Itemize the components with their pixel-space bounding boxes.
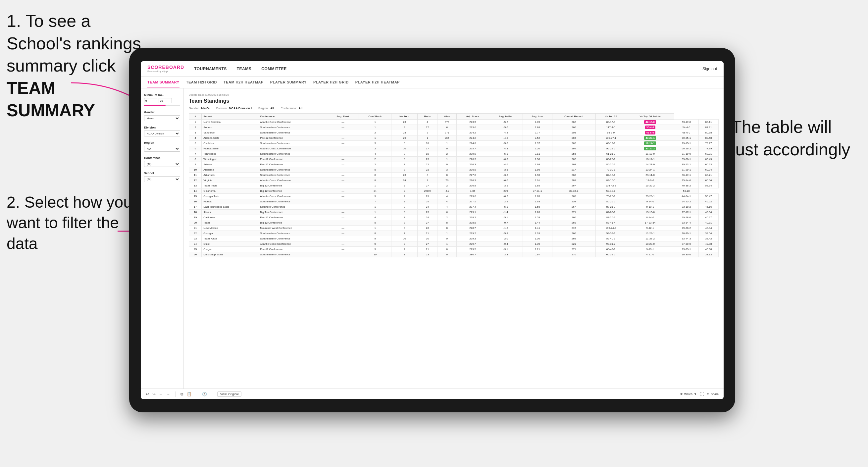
table-cell: Southeastern Conference bbox=[258, 252, 327, 257]
table-row[interactable]: 4Arizona StatePac-12 Conference—12612652… bbox=[189, 135, 719, 141]
table-row[interactable]: 7TennesseeSoutheastern Conference—481822… bbox=[189, 151, 719, 157]
share-button[interactable]: ⬆ Share bbox=[707, 393, 719, 396]
update-time: Update time: 27/03/2024 16:56:26 bbox=[189, 93, 719, 96]
subnav-player-summary[interactable]: PLAYER SUMMARY bbox=[270, 77, 307, 88]
expand-icon[interactable]: ⛶ bbox=[700, 392, 704, 397]
school-select[interactable]: (All) bbox=[144, 176, 180, 182]
table-row[interactable]: 19CaliforniaPac-12 Conference—48242278.2… bbox=[189, 215, 719, 220]
table-cell: 4 bbox=[359, 151, 391, 157]
table-cell: 40.27 bbox=[699, 215, 719, 220]
table-row[interactable]: 12VirginiaAtlantic Coast Conference—8241… bbox=[189, 178, 719, 183]
table-cell: 2 bbox=[392, 188, 417, 194]
table-row[interactable]: 26Mississippi StateSoutheastern Conferen… bbox=[189, 252, 719, 257]
table-row[interactable]: 14OklahomaBig 12 Conference—242278.9-5.2… bbox=[189, 188, 719, 194]
table-cell: 23 bbox=[392, 130, 417, 135]
tablet-screen: SCOREBOARD Powered by clippi TOURNAMENTS… bbox=[141, 61, 723, 399]
table-row[interactable]: 11ArkansasSoutheastern Conference—823882… bbox=[189, 173, 719, 178]
table-row[interactable]: 22GeorgiaSoutheastern Conference—8721127… bbox=[189, 231, 719, 236]
table-cell: 276.3 bbox=[457, 178, 489, 183]
subnav-player-h2h-heatmap[interactable]: PLAYER H2H HEATMAP bbox=[355, 77, 400, 88]
table-row[interactable]: 18IllinoisBig Ten Conference—18236279.1-… bbox=[189, 210, 719, 215]
table-cell: 46.16 bbox=[699, 204, 719, 210]
subnav-team-h2h-heatmap[interactable]: TEAM H2H HEATMAP bbox=[223, 77, 264, 88]
conference-select[interactable]: (All) bbox=[144, 161, 180, 167]
table-cell: 277.4 bbox=[457, 204, 489, 210]
table-row[interactable]: 10AlabamaSoutheastern Conference—5823327… bbox=[189, 167, 719, 173]
table-row[interactable]: 23Texas A&MSoutheastern Conference—91030… bbox=[189, 236, 719, 242]
gender-select[interactable]: Men's Women's bbox=[144, 115, 180, 121]
table-row[interactable]: 25OregonPac-12 Conference—97210279.5-3.1… bbox=[189, 247, 719, 252]
table-cell: Arkansas bbox=[202, 173, 258, 178]
table-cell: 5 bbox=[189, 141, 202, 146]
table-row[interactable]: 20TexasBig 12 Conference—58278278.8-0.71… bbox=[189, 220, 719, 225]
table-cell: Southeastern Conference bbox=[258, 199, 327, 204]
table-cell: 109-24-2 bbox=[595, 225, 626, 231]
table-row[interactable]: 17East Tennessee StateSouthern Conferenc… bbox=[189, 204, 719, 210]
table-row[interactable]: 8WashingtonPac-12 Conference—28231276.3-… bbox=[189, 157, 719, 162]
table-cell: Washington bbox=[202, 157, 258, 162]
table-cell: Florida State bbox=[202, 146, 258, 151]
table-cell: 279.9 bbox=[457, 151, 489, 157]
gender-label: Gender bbox=[144, 111, 180, 114]
table-cell: 53.18 bbox=[674, 188, 699, 194]
table-row[interactable]: 15Georgia TechAtlantic Coast Conference—… bbox=[189, 194, 719, 199]
table-cell: 61-21-0 bbox=[595, 151, 626, 157]
watch-button[interactable]: 👁 Watch ▼ bbox=[680, 393, 697, 396]
table-cell: 268 bbox=[552, 162, 595, 167]
table-cell: 63-13-1 bbox=[595, 141, 626, 146]
table-cell: 262 bbox=[552, 141, 595, 146]
table-cell: 117-4-0 bbox=[595, 125, 626, 130]
table-cell: 11-19-0 bbox=[626, 151, 674, 157]
redo-icon[interactable]: ↪ bbox=[152, 392, 156, 397]
table-cell: 265 bbox=[552, 194, 595, 199]
table-cell: 38.54 bbox=[699, 231, 719, 236]
view-original-button[interactable]: View: Original bbox=[217, 392, 241, 397]
table-row[interactable]: 13Texas TechBig 12 Conference—19272276.9… bbox=[189, 183, 719, 188]
copy-icon[interactable]: ⧉ bbox=[181, 392, 183, 397]
sign-out[interactable]: Sign out bbox=[703, 67, 717, 71]
nav-tournaments[interactable]: TOURNAMENTS bbox=[194, 67, 227, 71]
paste-icon[interactable]: 📋 bbox=[187, 392, 192, 397]
table-row[interactable]: 5Ole MissSoutheastern Conference—3618127… bbox=[189, 141, 719, 146]
table-cell: — bbox=[327, 188, 359, 194]
table-cell bbox=[626, 188, 674, 194]
clock-icon[interactable]: 🕐 bbox=[202, 392, 207, 397]
table-row[interactable]: 2AuburnSoutheastern Conference—19276273.… bbox=[189, 125, 719, 130]
table-row[interactable]: 1North CarolinaAtlantic Coast Conference… bbox=[189, 120, 719, 125]
region-filter: Region N/A All bbox=[144, 141, 180, 152]
nav-committee[interactable]: COMMITTEE bbox=[261, 67, 287, 71]
subnav-team-h2h-grid[interactable]: TEAM H2H GRID bbox=[186, 77, 217, 88]
table-cell: — bbox=[327, 215, 359, 220]
subnav-team-summary[interactable]: TEAM SUMMARY bbox=[147, 77, 180, 88]
min-rounds-max-input[interactable] bbox=[159, 98, 172, 103]
table-cell: 50.47 bbox=[699, 194, 719, 199]
undo-icon[interactable]: ↩ bbox=[146, 392, 149, 397]
subnav-player-h2h-grid[interactable]: PLAYER H2H GRID bbox=[313, 77, 349, 88]
col-avg-rank: Avg. Rank bbox=[327, 114, 359, 120]
table-row[interactable]: 24DukeAtlantic Coast Conference—59271279… bbox=[189, 242, 719, 247]
division-label: Division bbox=[144, 126, 180, 129]
table-cell: 17-33-34 bbox=[626, 220, 674, 225]
conference-label: Conference bbox=[144, 156, 180, 160]
table-cell: 15-32-2 bbox=[626, 183, 674, 188]
region-select[interactable]: N/A All bbox=[144, 146, 180, 152]
table-cell: 8 bbox=[437, 173, 457, 178]
table-cell: — bbox=[327, 236, 359, 242]
toolbar-right-actions: ⛶ ⬆ Share bbox=[700, 392, 719, 397]
table-row[interactable]: 21New MexicoMountain West Conference—192… bbox=[189, 225, 719, 231]
table-cell: 23 bbox=[417, 210, 437, 215]
table-cell: 46.02 bbox=[699, 199, 719, 204]
min-rounds-min-input[interactable] bbox=[144, 98, 157, 103]
table-cell: 100-27-1 bbox=[595, 135, 626, 141]
table-row[interactable]: 9ArizonaPac-12 Conference—28220276.3-4.6… bbox=[189, 162, 719, 167]
table-cell: -6.2 bbox=[489, 194, 523, 199]
back-icon[interactable]: ← bbox=[159, 392, 163, 397]
nav-teams[interactable]: TEAMS bbox=[237, 67, 252, 71]
division-select[interactable]: NCAA Division I NCAA Division II NCAA Di… bbox=[144, 130, 180, 136]
table-cell: 3 bbox=[189, 130, 202, 135]
table-row[interactable]: 3VanderbiltSoutheastern Conference—22352… bbox=[189, 130, 719, 135]
table-row[interactable]: 16FloridaSoutheastern Conference—7924427… bbox=[189, 199, 719, 204]
table-cell: 9 bbox=[392, 125, 417, 130]
table-row[interactable]: 6Florida StateAtlantic Coast Conference—… bbox=[189, 146, 719, 151]
forward-icon[interactable]: → bbox=[166, 392, 170, 397]
